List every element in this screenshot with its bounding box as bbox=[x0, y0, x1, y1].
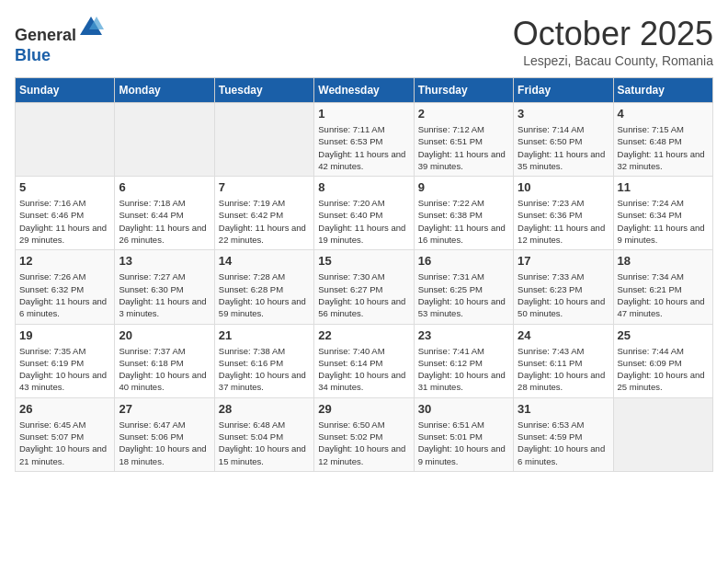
weekday-header-row: SundayMondayTuesdayWednesdayThursdayFrid… bbox=[16, 78, 713, 103]
logo-general: General bbox=[15, 26, 76, 44]
cell-info: Sunrise: 7:23 AM Sunset: 6:36 PM Dayligh… bbox=[518, 197, 609, 246]
calendar-cell bbox=[115, 103, 214, 177]
day-number: 26 bbox=[19, 402, 110, 416]
cell-info: Sunrise: 7:16 AM Sunset: 6:46 PM Dayligh… bbox=[19, 197, 110, 246]
calendar-cell: 1Sunrise: 7:11 AM Sunset: 6:53 PM Daylig… bbox=[314, 103, 414, 177]
calendar-cell: 14Sunrise: 7:28 AM Sunset: 6:28 PM Dayli… bbox=[214, 250, 313, 324]
calendar-cell bbox=[16, 103, 115, 177]
cell-info: Sunrise: 7:20 AM Sunset: 6:40 PM Dayligh… bbox=[318, 197, 409, 246]
calendar-cell: 30Sunrise: 6:51 AM Sunset: 5:01 PM Dayli… bbox=[414, 397, 513, 471]
calendar-body: 1Sunrise: 7:11 AM Sunset: 6:53 PM Daylig… bbox=[16, 103, 713, 472]
weekday-header-saturday: Saturday bbox=[613, 78, 712, 103]
calendar-cell: 3Sunrise: 7:14 AM Sunset: 6:50 PM Daylig… bbox=[514, 103, 613, 177]
cell-info: Sunrise: 7:40 AM Sunset: 6:14 PM Dayligh… bbox=[318, 345, 409, 394]
calendar-week-row: 26Sunrise: 6:45 AM Sunset: 5:07 PM Dayli… bbox=[16, 397, 713, 471]
weekday-header-wednesday: Wednesday bbox=[314, 78, 414, 103]
cell-info: Sunrise: 6:51 AM Sunset: 5:01 PM Dayligh… bbox=[418, 419, 509, 467]
day-number: 6 bbox=[119, 180, 210, 194]
cell-info: Sunrise: 7:11 AM Sunset: 6:53 PM Dayligh… bbox=[318, 123, 409, 172]
cell-info: Sunrise: 7:34 AM Sunset: 6:21 PM Dayligh… bbox=[618, 270, 709, 319]
day-number: 31 bbox=[518, 402, 609, 416]
day-number: 1 bbox=[318, 107, 409, 121]
calendar-week-row: 1Sunrise: 7:11 AM Sunset: 6:53 PM Daylig… bbox=[16, 103, 713, 177]
weekday-header-monday: Monday bbox=[115, 78, 214, 103]
calendar-cell bbox=[214, 103, 313, 177]
day-number: 23 bbox=[418, 328, 509, 342]
cell-info: Sunrise: 7:33 AM Sunset: 6:23 PM Dayligh… bbox=[518, 270, 609, 319]
cell-info: Sunrise: 7:27 AM Sunset: 6:30 PM Dayligh… bbox=[119, 270, 210, 319]
calendar-cell: 6Sunrise: 7:18 AM Sunset: 6:44 PM Daylig… bbox=[115, 177, 214, 250]
day-number: 19 bbox=[19, 328, 110, 342]
calendar-week-row: 19Sunrise: 7:35 AM Sunset: 6:19 PM Dayli… bbox=[16, 324, 713, 397]
weekday-header-tuesday: Tuesday bbox=[214, 78, 313, 103]
day-number: 29 bbox=[318, 402, 409, 416]
calendar-week-row: 5Sunrise: 7:16 AM Sunset: 6:46 PM Daylig… bbox=[16, 177, 713, 250]
day-number: 13 bbox=[119, 254, 210, 268]
calendar-week-row: 12Sunrise: 7:26 AM Sunset: 6:32 PM Dayli… bbox=[16, 250, 713, 324]
weekday-header-sunday: Sunday bbox=[16, 78, 115, 103]
day-number: 27 bbox=[119, 402, 210, 416]
day-number: 30 bbox=[418, 402, 509, 416]
day-number: 8 bbox=[318, 180, 409, 194]
calendar-cell: 16Sunrise: 7:31 AM Sunset: 6:25 PM Dayli… bbox=[414, 250, 513, 324]
calendar-cell: 24Sunrise: 7:43 AM Sunset: 6:11 PM Dayli… bbox=[514, 324, 613, 397]
day-number: 21 bbox=[219, 328, 310, 342]
cell-info: Sunrise: 7:19 AM Sunset: 6:42 PM Dayligh… bbox=[219, 197, 310, 246]
month-title: October 2025 bbox=[513, 15, 713, 53]
cell-info: Sunrise: 7:12 AM Sunset: 6:51 PM Dayligh… bbox=[418, 123, 509, 172]
location-subtitle: Lespezi, Bacau County, Romania bbox=[513, 53, 713, 68]
day-number: 7 bbox=[219, 180, 310, 194]
calendar-cell: 5Sunrise: 7:16 AM Sunset: 6:46 PM Daylig… bbox=[16, 177, 115, 250]
calendar-cell: 15Sunrise: 7:30 AM Sunset: 6:27 PM Dayli… bbox=[314, 250, 414, 324]
cell-info: Sunrise: 7:37 AM Sunset: 6:18 PM Dayligh… bbox=[119, 345, 210, 394]
calendar-cell: 22Sunrise: 7:40 AM Sunset: 6:14 PM Dayli… bbox=[314, 324, 414, 397]
cell-info: Sunrise: 7:22 AM Sunset: 6:38 PM Dayligh… bbox=[418, 197, 509, 246]
calendar-cell: 20Sunrise: 7:37 AM Sunset: 6:18 PM Dayli… bbox=[115, 324, 214, 397]
cell-info: Sunrise: 7:38 AM Sunset: 6:16 PM Dayligh… bbox=[219, 345, 310, 394]
cell-info: Sunrise: 7:14 AM Sunset: 6:50 PM Dayligh… bbox=[518, 123, 609, 172]
day-number: 28 bbox=[219, 402, 310, 416]
calendar-cell: 12Sunrise: 7:26 AM Sunset: 6:32 PM Dayli… bbox=[16, 250, 115, 324]
weekday-header-thursday: Thursday bbox=[414, 78, 513, 103]
calendar-cell: 21Sunrise: 7:38 AM Sunset: 6:16 PM Dayli… bbox=[214, 324, 313, 397]
calendar-cell: 8Sunrise: 7:20 AM Sunset: 6:40 PM Daylig… bbox=[314, 177, 414, 250]
day-number: 18 bbox=[618, 254, 709, 268]
day-number: 3 bbox=[518, 107, 609, 121]
day-number: 16 bbox=[418, 254, 509, 268]
day-number: 22 bbox=[318, 328, 409, 342]
calendar-cell: 25Sunrise: 7:44 AM Sunset: 6:09 PM Dayli… bbox=[613, 324, 712, 397]
calendar-cell: 18Sunrise: 7:34 AM Sunset: 6:21 PM Dayli… bbox=[613, 250, 712, 324]
cell-info: Sunrise: 7:35 AM Sunset: 6:19 PM Dayligh… bbox=[19, 345, 110, 394]
cell-info: Sunrise: 7:31 AM Sunset: 6:25 PM Dayligh… bbox=[418, 270, 509, 319]
logo-icon bbox=[78, 15, 104, 40]
cell-info: Sunrise: 6:47 AM Sunset: 5:06 PM Dayligh… bbox=[119, 419, 210, 467]
day-number: 10 bbox=[518, 180, 609, 194]
day-number: 24 bbox=[518, 328, 609, 342]
calendar-cell: 7Sunrise: 7:19 AM Sunset: 6:42 PM Daylig… bbox=[214, 177, 313, 250]
calendar-table: SundayMondayTuesdayWednesdayThursdayFrid… bbox=[15, 77, 713, 472]
logo: General Blue bbox=[15, 15, 104, 65]
calendar-cell: 26Sunrise: 6:45 AM Sunset: 5:07 PM Dayli… bbox=[16, 397, 115, 471]
cell-info: Sunrise: 7:41 AM Sunset: 6:12 PM Dayligh… bbox=[418, 345, 509, 394]
cell-info: Sunrise: 7:43 AM Sunset: 6:11 PM Dayligh… bbox=[518, 345, 609, 394]
day-number: 25 bbox=[618, 328, 709, 342]
calendar-cell: 9Sunrise: 7:22 AM Sunset: 6:38 PM Daylig… bbox=[414, 177, 513, 250]
weekday-header-friday: Friday bbox=[514, 78, 613, 103]
cell-info: Sunrise: 6:48 AM Sunset: 5:04 PM Dayligh… bbox=[219, 419, 310, 467]
calendar-cell: 10Sunrise: 7:23 AM Sunset: 6:36 PM Dayli… bbox=[514, 177, 613, 250]
cell-info: Sunrise: 6:45 AM Sunset: 5:07 PM Dayligh… bbox=[19, 419, 110, 467]
cell-info: Sunrise: 7:24 AM Sunset: 6:34 PM Dayligh… bbox=[618, 197, 709, 246]
cell-info: Sunrise: 7:26 AM Sunset: 6:32 PM Dayligh… bbox=[19, 270, 110, 319]
calendar-cell: 28Sunrise: 6:48 AM Sunset: 5:04 PM Dayli… bbox=[214, 397, 313, 471]
logo-blue: Blue bbox=[15, 46, 51, 64]
calendar-cell: 11Sunrise: 7:24 AM Sunset: 6:34 PM Dayli… bbox=[613, 177, 712, 250]
calendar-cell: 17Sunrise: 7:33 AM Sunset: 6:23 PM Dayli… bbox=[514, 250, 613, 324]
calendar-cell: 23Sunrise: 7:41 AM Sunset: 6:12 PM Dayli… bbox=[414, 324, 513, 397]
page-header: General Blue October 2025 Lespezi, Bacau… bbox=[15, 15, 713, 68]
day-number: 12 bbox=[19, 254, 110, 268]
calendar-cell: 2Sunrise: 7:12 AM Sunset: 6:51 PM Daylig… bbox=[414, 103, 513, 177]
calendar-cell: 31Sunrise: 6:53 AM Sunset: 4:59 PM Dayli… bbox=[514, 397, 613, 471]
day-number: 14 bbox=[219, 254, 310, 268]
title-block: October 2025 Lespezi, Bacau County, Roma… bbox=[513, 15, 713, 68]
calendar-cell: 29Sunrise: 6:50 AM Sunset: 5:02 PM Dayli… bbox=[314, 397, 414, 471]
